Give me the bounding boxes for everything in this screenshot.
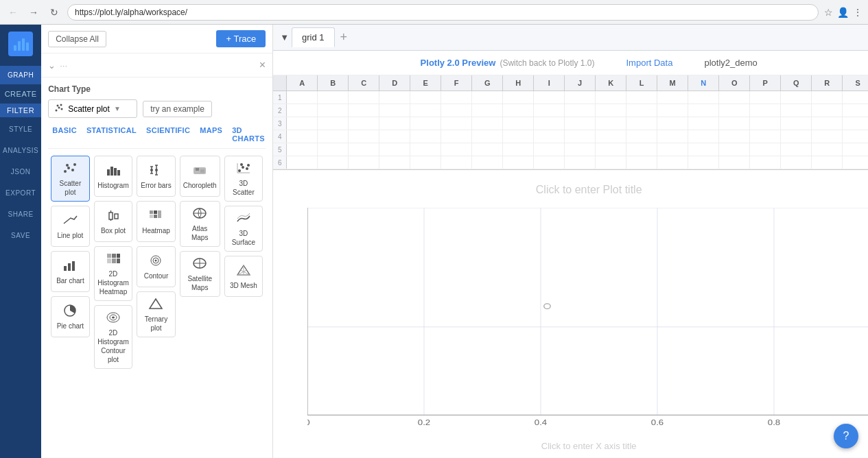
- sheet-cell[interactable]: [843, 143, 868, 156]
- nav-item-save[interactable]: SAVE: [0, 226, 41, 245]
- table-row[interactable]: 1: [273, 91, 868, 104]
- sheet-cell[interactable]: [472, 156, 503, 169]
- sheet-cell[interactable]: [441, 130, 472, 143]
- chart-line-plot[interactable]: Line plot: [51, 206, 90, 247]
- sheet-cell[interactable]: [688, 91, 719, 104]
- sheet-cell[interactable]: [441, 143, 472, 156]
- chart-error-bars[interactable]: Error bars: [137, 156, 176, 197]
- sheet-cell[interactable]: [596, 156, 626, 169]
- expand-icon[interactable]: ⌄: [48, 60, 56, 71]
- sheet-cell[interactable]: [534, 156, 565, 169]
- sheet-cell[interactable]: [503, 117, 534, 130]
- sheet-cell[interactable]: [349, 104, 379, 117]
- sheet-cell[interactable]: [781, 130, 812, 143]
- sheet-cell[interactable]: [534, 130, 565, 143]
- sheet-cell[interactable]: [534, 117, 565, 130]
- sheet-cell[interactable]: [503, 130, 534, 143]
- sheet-cell[interactable]: [596, 130, 626, 143]
- chart-satellite-maps[interactable]: Satellite Maps: [180, 251, 220, 297]
- chart-contour[interactable]: Contour: [137, 246, 176, 287]
- nav-item-analysis[interactable]: ANALYSIS: [0, 141, 41, 160]
- sheet-cell[interactable]: [349, 91, 379, 104]
- sheet-cell[interactable]: [719, 156, 750, 169]
- sheet-cell[interactable]: [565, 117, 596, 130]
- import-data-button[interactable]: Import Data: [626, 58, 673, 68]
- sheet-cell[interactable]: [472, 91, 503, 104]
- sheet-cell[interactable]: [565, 130, 596, 143]
- category-maps[interactable]: MAPS: [196, 125, 226, 144]
- chart-scatter-plot[interactable]: Scatter plot: [51, 156, 90, 202]
- sheet-cell[interactable]: [287, 91, 318, 104]
- sheet-cell[interactable]: [410, 130, 441, 143]
- sheet-cell[interactable]: [688, 130, 719, 143]
- sheet-cell[interactable]: [565, 143, 596, 156]
- sheet-cell[interactable]: [657, 117, 688, 130]
- sheet-cell[interactable]: [287, 143, 318, 156]
- sheet-cell[interactable]: [349, 143, 379, 156]
- sheet-cell[interactable]: [843, 130, 868, 143]
- sheet-cell[interactable]: [843, 156, 868, 169]
- sheet-cell[interactable]: [657, 91, 688, 104]
- sheet-cell[interactable]: [657, 156, 688, 169]
- sheet-cell[interactable]: [781, 156, 812, 169]
- spreadsheet-rows[interactable]: 123456: [273, 91, 868, 169]
- sheet-cell[interactable]: [379, 156, 410, 169]
- sheet-cell[interactable]: [472, 104, 503, 117]
- sheet-cell[interactable]: [534, 143, 565, 156]
- menu-icon[interactable]: ⋮: [853, 7, 863, 18]
- sheet-cell[interactable]: [441, 117, 472, 130]
- sheet-cell[interactable]: [812, 104, 843, 117]
- nav-item-create[interactable]: Create: [0, 87, 41, 101]
- sheet-cell[interactable]: [657, 143, 688, 156]
- chat-bubble-button[interactable]: ?: [834, 424, 858, 448]
- chart-3d-mesh[interactable]: 3D Mesh: [224, 256, 263, 297]
- sheet-cell[interactable]: [472, 143, 503, 156]
- nav-item-json[interactable]: JSON: [0, 162, 41, 181]
- sheet-cell[interactable]: [688, 104, 719, 117]
- sheet-cell[interactable]: [719, 130, 750, 143]
- collapse-all-button[interactable]: Collapse All: [48, 31, 106, 47]
- sheet-cell[interactable]: [379, 130, 410, 143]
- sheet-cell[interactable]: [565, 91, 596, 104]
- sheet-cell[interactable]: [812, 156, 843, 169]
- sheet-cell[interactable]: [812, 117, 843, 130]
- sheet-cell[interactable]: [750, 156, 781, 169]
- sheet-cell[interactable]: [657, 104, 688, 117]
- sheet-cell[interactable]: [688, 117, 719, 130]
- chart-pie-chart[interactable]: Pie chart: [51, 296, 90, 337]
- table-row[interactable]: 3: [273, 117, 868, 130]
- chart-bar-chart[interactable]: Bar chart: [51, 251, 90, 292]
- chart-histogram[interactable]: Histogram: [94, 156, 133, 197]
- sheet-cell[interactable]: [596, 117, 626, 130]
- sheet-cell[interactable]: [441, 156, 472, 169]
- sheet-cell[interactable]: [812, 130, 843, 143]
- sheet-cell[interactable]: [410, 156, 441, 169]
- chart-2d-histogram-heatmap[interactable]: 2D HistogramHeatmap: [94, 246, 133, 301]
- table-row[interactable]: 5: [273, 143, 868, 156]
- refresh-button[interactable]: ↻: [47, 5, 62, 20]
- sheet-cell[interactable]: [503, 104, 534, 117]
- sheet-cell[interactable]: [719, 104, 750, 117]
- switch-back-link[interactable]: (Switch back to Plotly 1.0): [500, 58, 594, 68]
- sheet-cell[interactable]: [379, 143, 410, 156]
- sheet-cell[interactable]: [318, 117, 349, 130]
- sheet-cell[interactable]: [781, 104, 812, 117]
- sheet-cell[interactable]: [781, 91, 812, 104]
- sheet-cell[interactable]: [287, 130, 318, 143]
- sheet-cell[interactable]: [688, 156, 719, 169]
- add-trace-button[interactable]: + Trace: [216, 30, 266, 47]
- chart-heatmap[interactable]: Heatmap: [137, 201, 176, 242]
- x-axis-title[interactable]: Click to enter X axis title: [541, 441, 637, 451]
- sheet-cell[interactable]: [750, 117, 781, 130]
- sheet-cell[interactable]: [349, 156, 379, 169]
- sheet-cell[interactable]: [812, 143, 843, 156]
- category-3d[interactable]: 3D CHARTS: [228, 125, 269, 144]
- sheet-cell[interactable]: [657, 130, 688, 143]
- table-row[interactable]: 6: [273, 156, 868, 169]
- sheet-cell[interactable]: [626, 156, 657, 169]
- plot-title[interactable]: Click to enter Plot title: [536, 184, 642, 196]
- category-scientific[interactable]: SCIENTIFIC: [142, 125, 194, 144]
- dropdown-arrow-tab[interactable]: ▼: [280, 32, 289, 43]
- sheet-cell[interactable]: [719, 143, 750, 156]
- nav-item-export[interactable]: EXPORT: [0, 184, 41, 202]
